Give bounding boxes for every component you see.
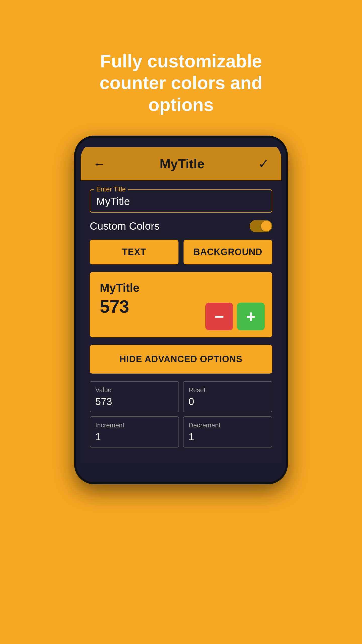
value-field: Value 573 xyxy=(90,381,179,412)
advanced-options-grid: Value 573 Reset 0 Increment 1 Decrement … xyxy=(90,381,272,448)
custom-colors-row: Custom Colors xyxy=(90,220,272,232)
reset-input[interactable]: 0 xyxy=(189,396,267,407)
promo-headline: Fully customizable counter colors and op… xyxy=(68,50,294,115)
phone-mockup: ← MyTitle ✓ Enter Title Custom Colors xyxy=(74,136,288,484)
counter-preview-card: MyTitle 573 − + xyxy=(90,272,272,337)
phone-bottom-bar xyxy=(81,463,281,478)
increment-label: Increment xyxy=(95,421,173,429)
counter-card-title: MyTitle xyxy=(100,281,263,295)
hide-advanced-options-button[interactable]: HIDE ADVANCED OPTIONS xyxy=(90,345,272,374)
decrement-field: Decrement 1 xyxy=(183,416,272,448)
app-title: MyTitle xyxy=(160,156,204,171)
background-color-button[interactable]: BACKGROUND xyxy=(184,240,272,264)
counter-buttons: − + xyxy=(205,303,265,330)
custom-colors-toggle[interactable] xyxy=(250,220,272,232)
custom-colors-label: Custom Colors xyxy=(90,220,160,232)
back-button[interactable]: ← xyxy=(93,157,106,170)
value-label: Value xyxy=(95,386,173,394)
title-input-label: Enter Title xyxy=(94,185,128,193)
app-body: Enter Title Custom Colors TEXT BACKGROUN… xyxy=(81,180,281,463)
confirm-button[interactable]: ✓ xyxy=(258,156,269,171)
toggle-thumb xyxy=(261,221,272,231)
decrement-button[interactable]: − xyxy=(205,303,233,330)
value-input[interactable]: 573 xyxy=(95,396,173,407)
color-buttons-row: TEXT BACKGROUND xyxy=(90,240,272,264)
title-input-container: Enter Title xyxy=(90,189,272,213)
increment-button[interactable]: + xyxy=(237,303,265,330)
app-header: ← MyTitle ✓ xyxy=(81,147,281,180)
title-input[interactable] xyxy=(96,195,266,208)
decrement-label: Decrement xyxy=(189,421,267,429)
text-color-button[interactable]: TEXT xyxy=(90,240,178,264)
reset-field: Reset 0 xyxy=(183,381,272,412)
increment-field: Increment 1 xyxy=(90,416,179,448)
reset-label: Reset xyxy=(189,386,267,394)
increment-input[interactable]: 1 xyxy=(95,431,173,442)
toggle-track xyxy=(250,220,272,232)
phone-top-bar xyxy=(81,142,281,147)
decrement-input[interactable]: 1 xyxy=(189,431,267,442)
